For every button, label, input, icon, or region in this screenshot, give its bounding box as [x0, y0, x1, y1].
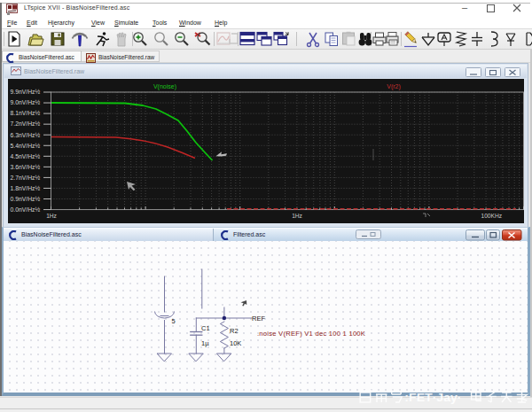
- svg-text:REF: REF: [252, 315, 265, 323]
- svg-text:100KHz: 100KHz: [481, 213, 502, 219]
- svg-text:2.7nV/Hz½: 2.7nV/Hz½: [11, 175, 41, 181]
- svg-text:1Hz: 1Hz: [46, 213, 57, 219]
- svg-text:0.9nV/Hz½: 0.9nV/Hz½: [11, 196, 41, 202]
- svg-text:0.0nV/Hz½: 0.0nV/Hz½: [11, 206, 41, 213]
- svg-text:C1: C1: [201, 324, 210, 332]
- svg-text:1Hz: 1Hz: [292, 213, 302, 219]
- svg-text:7.2nV/Hz½: 7.2nV/Hz½: [11, 120, 41, 127]
- svg-text::FET·Jay·: :FET·Jay·: [404, 391, 461, 404]
- svg-text:9.9nV/Hz½: 9.9nV/Hz½: [11, 89, 41, 95]
- svg-text:5.4nV/Hz½: 5.4nV/Hz½: [11, 143, 41, 149]
- svg-text:.noise V(REF) V1 dec 100 1 100: .noise V(REF) V1 dec 100 1 100K: [257, 330, 365, 338]
- svg-text:8.1nV/Hz½: 8.1nV/Hz½: [11, 110, 41, 116]
- svg-text:3.6nV/Hz½: 3.6nV/Hz½: [11, 164, 41, 170]
- svg-text:R2: R2: [230, 327, 239, 335]
- svg-text:1.8nV/Hz½: 1.8nV/Hz½: [11, 185, 41, 191]
- svg-text:V(noise): V(noise): [153, 83, 176, 90]
- svg-text:4.5nV/Hz½: 4.5nV/Hz½: [11, 153, 41, 159]
- svg-text:V(r2): V(r2): [387, 83, 401, 90]
- svg-text:1µ: 1µ: [201, 339, 209, 347]
- svg-text:9.0nV/Hz½: 9.0nV/Hz½: [11, 99, 41, 105]
- svg-text:10K: 10K: [230, 339, 241, 347]
- svg-text:5: 5: [172, 317, 176, 325]
- svg-text:6.3nV/Hz½: 6.3nV/Hz½: [11, 132, 41, 138]
